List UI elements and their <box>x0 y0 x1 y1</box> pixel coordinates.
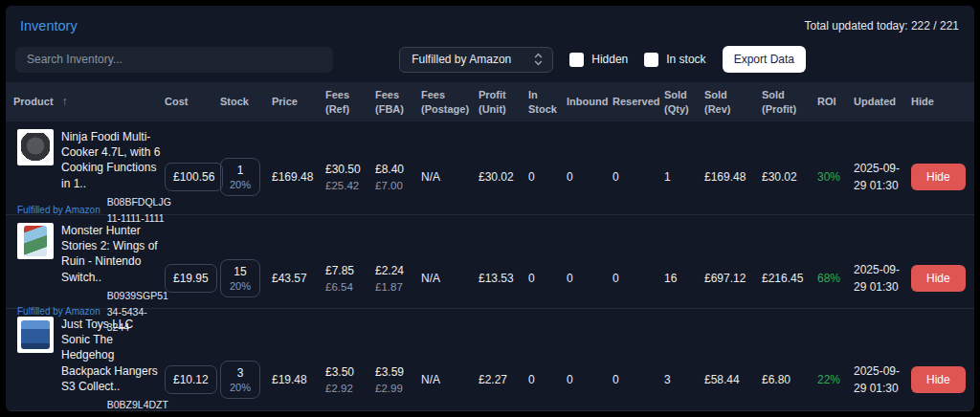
total-updated-status: Total updated today: 222 / 221 <box>805 19 959 33</box>
toolbar: Fulfilled by Amazon Hidden In stock Expo… <box>6 37 974 82</box>
game-cover-image <box>24 226 47 256</box>
stock-percent: 20% <box>230 382 251 393</box>
column-header-fees-postage: Fees (Postage) <box>421 88 479 117</box>
in-stock-cell: 0 <box>528 170 567 184</box>
column-header-product-label: Product <box>13 95 54 109</box>
cost-cell: £19.95 <box>165 264 220 293</box>
toolbar-right-group: Fulfilled by Amazon Hidden In stock Expo… <box>399 46 806 73</box>
chevron-updown-icon <box>534 53 543 66</box>
column-header-hide: Hide <box>911 95 965 109</box>
price-cell: £169.48 <box>272 170 325 184</box>
cost-field[interactable]: £19.95 <box>165 264 217 293</box>
in-stock-cell: 0 <box>528 272 567 285</box>
sold-qty-cell: 16 <box>664 272 704 285</box>
fees-fba-sub: £1.87 <box>375 281 421 293</box>
backpack-hangers-image <box>21 320 50 349</box>
column-header-product[interactable]: Product ↑ <box>13 94 165 109</box>
fees-postage-cell: N/A <box>421 373 479 386</box>
product-thumbnail <box>17 223 54 259</box>
fees-ref-cell: £3.50 £2.92 <box>325 365 375 394</box>
column-header-roi: ROI <box>817 95 854 109</box>
fulfilled-by-amazon-link[interactable]: Fulfilled by Amazon <box>17 205 100 215</box>
hide-button[interactable]: Hide <box>911 164 966 190</box>
stock-quantity: 3 <box>230 366 251 380</box>
stock-quantity: 1 <box>230 164 251 177</box>
column-header-fees-fba: Fees (FBA) <box>375 88 421 117</box>
column-header-updated: Updated <box>854 95 911 109</box>
product-ids: B0BZ9L4DZT YP-2343-2333 <box>107 397 168 411</box>
sold-qty-cell: 1 <box>664 170 704 184</box>
in-stock-checkbox[interactable] <box>644 53 658 67</box>
reserved-cell: 0 <box>612 170 664 184</box>
search-input[interactable] <box>15 47 333 73</box>
fulfillment-filter-dropdown[interactable]: Fulfilled by Amazon <box>399 47 553 73</box>
reserved-cell: 0 <box>612 272 664 285</box>
cost-field[interactable]: £10.12 <box>165 365 217 394</box>
price-cell: £43.57 <box>272 272 325 285</box>
product-title: Monster Hunter Stories 2: Wings of Ruin … <box>61 223 161 285</box>
in-stock-cell: 0 <box>528 373 567 386</box>
export-data-button[interactable]: Export Data <box>723 46 806 73</box>
column-header-reserved: Reserved <box>612 95 664 109</box>
inbound-cell: 0 <box>567 373 612 386</box>
hidden-filter-checkbox-group[interactable]: Hidden <box>569 53 628 67</box>
sold-rev-cell: £697.12 <box>704 272 762 285</box>
multi-cooker-image <box>21 133 50 162</box>
sold-qty-cell: 3 <box>664 373 704 386</box>
profit-unit-cell: £13.53 <box>479 272 528 285</box>
product-cell: Just Toys LLC Sonic The Hedgehog Backpac… <box>13 309 165 411</box>
page-title: Inventory <box>20 18 78 33</box>
cost-field[interactable]: £100.56 <box>165 163 223 191</box>
fees-fba-sub: £2.99 <box>375 383 421 394</box>
profit-unit-cell: £30.02 <box>479 170 528 184</box>
fees-ref-sub: £6.54 <box>325 281 375 293</box>
hidden-checkbox-label: Hidden <box>591 53 628 66</box>
fees-ref-sub: £25.42 <box>325 180 375 191</box>
stock-field[interactable]: 1 20% <box>220 158 260 196</box>
product-asin: B0939SGP51 <box>107 288 168 304</box>
in-stock-checkbox-label: In stock <box>666 53 705 66</box>
column-header-price: Price <box>272 95 325 109</box>
inbound-cell: 0 <box>567 272 612 285</box>
table-header-row: Product ↑ Cost Stock Price Fees (Ref) Fe… <box>6 82 974 121</box>
profit-unit-cell: £2.27 <box>479 373 528 386</box>
column-header-cost: Cost <box>165 95 220 109</box>
fees-fba-main: £8.40 <box>375 163 421 176</box>
stock-cell: 1 20% <box>220 158 272 196</box>
top-bar: Inventory Total updated today: 222 / 221 <box>6 6 974 37</box>
updated-cell: 2025-09-29 01:30 <box>854 160 911 194</box>
sold-profit-cell: £6.80 <box>762 373 817 386</box>
column-header-sold-rev: Sold (Rev) <box>704 88 762 117</box>
stock-percent: 20% <box>230 280 251 292</box>
column-header-sold-qty: Sold (Qty) <box>664 88 704 117</box>
fees-ref-main: £30.50 <box>325 163 375 176</box>
price-cell: £19.48 <box>272 373 325 386</box>
product-thumbnail <box>17 317 54 353</box>
fees-ref-main: £3.50 <box>325 365 375 379</box>
column-header-sold-profit: Sold (Profit) <box>762 88 817 117</box>
hide-cell: Hide <box>911 265 965 292</box>
reserved-cell: 0 <box>612 373 664 386</box>
cost-cell: £100.56 <box>165 163 220 191</box>
updated-cell: 2025-09-29 01:30 <box>854 362 911 397</box>
stock-cell: 3 20% <box>220 361 272 399</box>
inventory-app: Inventory Total updated today: 222 / 221… <box>6 6 974 411</box>
stock-field[interactable]: 3 20% <box>220 361 260 399</box>
stock-percent: 20% <box>230 179 251 190</box>
updated-cell: 2025-09-29 01:30 <box>854 261 911 296</box>
fees-ref-cell: £30.50 £25.42 <box>325 163 375 191</box>
hide-cell: Hide <box>911 164 965 190</box>
column-header-inbound: Inbound <box>567 95 612 109</box>
hide-button[interactable]: Hide <box>911 265 966 292</box>
stock-field[interactable]: 15 20% <box>220 259 260 297</box>
stock-quantity: 15 <box>230 265 251 278</box>
sold-rev-cell: £58.44 <box>704 373 762 386</box>
column-header-fees-ref: Fees (Ref) <box>325 88 375 117</box>
column-header-in-stock: In Stock <box>528 88 567 117</box>
product-asin: B08BFDQLJG <box>107 194 171 210</box>
fees-fba-cell: £3.59 £2.99 <box>375 365 421 394</box>
hide-button[interactable]: Hide <box>911 366 966 393</box>
fees-ref-main: £7.85 <box>325 264 375 277</box>
in-stock-filter-checkbox-group[interactable]: In stock <box>644 53 705 67</box>
hidden-checkbox[interactable] <box>569 53 584 67</box>
